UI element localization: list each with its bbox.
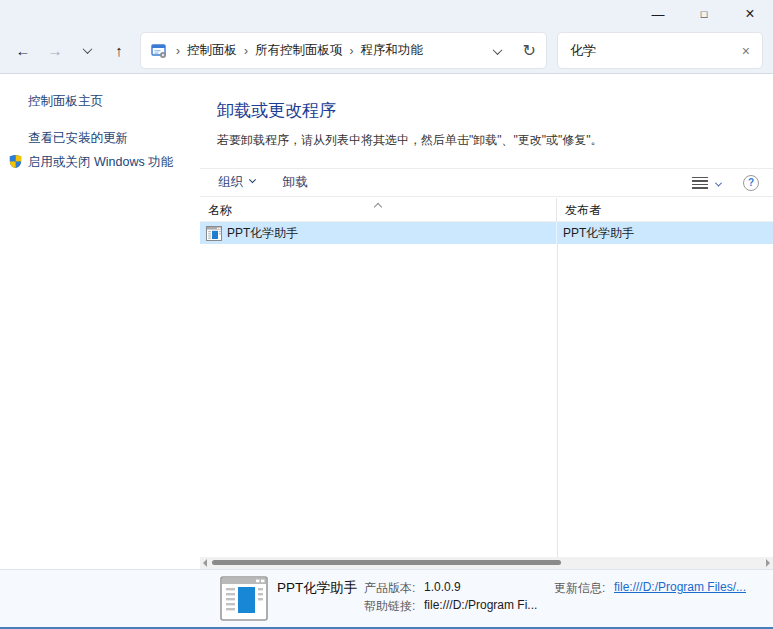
navigation-bar: ← → ↑ › 控制面板 › 所有控制面板项 › 程序和功能 — [0, 28, 773, 74]
scroll-left-icon[interactable] — [203, 559, 207, 567]
minimize-button[interactable]: — — [635, 0, 681, 28]
uac-shield-icon — [8, 154, 23, 172]
breadcrumb-control-panel[interactable]: 控制面板 — [187, 42, 237, 59]
sidebar-item-label: 启用或关闭 Windows 功能 — [28, 155, 173, 169]
column-header-publisher[interactable]: 发布者 — [557, 198, 773, 222]
help-link-value: file:///D:/Program Fi... — [424, 598, 537, 612]
sort-ascending-icon — [375, 199, 381, 213]
table-row[interactable]: PPT化学助手 PPT化学助手 — [200, 222, 773, 244]
view-options-chevron-icon[interactable] — [716, 176, 721, 190]
column-header-name[interactable]: 名称 — [200, 198, 557, 222]
change-view-icon[interactable] — [692, 177, 708, 189]
maximize-button[interactable]: □ — [681, 0, 727, 28]
details-program-name: PPT化学助手 — [277, 579, 357, 597]
help-icon[interactable]: ? — [743, 175, 759, 191]
organize-label: 组织 — [218, 174, 243, 191]
back-icon[interactable]: ← — [10, 38, 36, 64]
sidebar-item-control-panel-home[interactable]: 控制面板主页 — [28, 93, 103, 110]
program-name: PPT化学助手 — [227, 225, 298, 242]
sidebar-item-windows-features[interactable]: 启用或关闭 Windows 功能 — [28, 154, 173, 171]
organize-button[interactable]: 组织 — [208, 169, 265, 196]
nav-history-controls: ← → ↑ — [10, 28, 138, 73]
recent-locations-chevron-icon[interactable] — [74, 38, 100, 64]
up-icon[interactable]: ↑ — [106, 38, 132, 64]
chevron-down-icon — [249, 176, 256, 183]
address-bar[interactable]: › 控制面板 › 所有控制面板项 › 程序和功能 ↻ — [140, 32, 547, 69]
window-controls: — □ × — [635, 0, 773, 28]
command-toolbar: 组织 卸载 ? — [200, 168, 773, 197]
program-icon-large — [220, 576, 268, 624]
list-header: 名称 发布者 — [200, 198, 773, 222]
product-version-label: 产品版本: — [364, 580, 415, 597]
sidebar-item-view-installed-updates[interactable]: 查看已安装的更新 — [28, 130, 128, 147]
page-description: 若要卸载程序，请从列表中将其选中，然后单击"卸载"、"更改"或"修复"。 — [217, 132, 603, 149]
program-publisher: PPT化学助手 — [563, 225, 634, 242]
close-button[interactable]: × — [727, 0, 773, 28]
breadcrumb-separator: › — [176, 44, 180, 58]
update-info-link[interactable]: file:///D:/Program Files/... — [614, 580, 746, 594]
programs-and-features-icon — [151, 43, 167, 59]
refresh-icon[interactable]: ↻ — [523, 41, 536, 60]
scroll-right-icon[interactable] — [766, 559, 770, 567]
breadcrumb-all-items[interactable]: 所有控制面板项 — [255, 42, 343, 59]
details-pane: PPT化学助手 产品版本: 1.0.0.9 帮助链接: file:///D:/P… — [0, 569, 773, 629]
uninstall-label: 卸载 — [283, 174, 308, 191]
scrollbar-thumb[interactable] — [212, 560, 561, 565]
search-box[interactable]: 化学 × — [557, 32, 763, 69]
column-header-name-label: 名称 — [208, 202, 232, 219]
search-input-value[interactable]: 化学 — [570, 42, 596, 60]
breadcrumb-programs-features[interactable]: 程序和功能 — [361, 42, 424, 59]
uninstall-button[interactable]: 卸载 — [273, 169, 318, 196]
sidebar: 控制面板主页 查看已安装的更新 启用或关闭 Windows 功能 — [0, 74, 200, 569]
titlebar: — □ × — [0, 0, 773, 28]
column-divider — [557, 222, 558, 557]
help-link-label: 帮助链接: — [364, 598, 415, 615]
main-panel: 卸载或更改程序 若要卸载程序，请从列表中将其选中，然后单击"卸载"、"更改"或"… — [200, 74, 773, 569]
horizontal-scrollbar[interactable] — [200, 557, 773, 569]
search-clear-icon[interactable]: × — [742, 43, 750, 59]
breadcrumb-separator: › — [350, 44, 354, 58]
programs-and-features-window: — □ × ← → ↑ › 控制面板 — [0, 0, 773, 629]
product-version-value: 1.0.0.9 — [424, 580, 461, 594]
update-info-label: 更新信息: — [554, 580, 605, 597]
forward-icon[interactable]: → — [42, 38, 68, 64]
page-title: 卸载或更改程序 — [217, 99, 336, 122]
breadcrumb-separator: › — [244, 44, 248, 58]
column-header-publisher-label: 发布者 — [565, 202, 601, 219]
address-dropdown-chevron-icon[interactable] — [494, 44, 501, 58]
program-list[interactable]: PPT化学助手 PPT化学助手 — [200, 222, 773, 557]
program-icon — [206, 226, 222, 241]
